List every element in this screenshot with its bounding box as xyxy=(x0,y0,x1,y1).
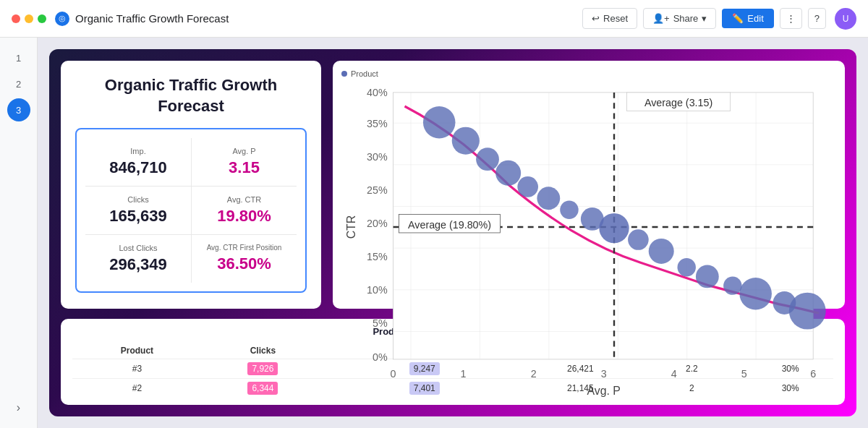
svg-text:Average (3.15): Average (3.15) xyxy=(644,97,712,108)
svg-text:25%: 25% xyxy=(367,184,388,196)
svg-point-32 xyxy=(560,200,578,218)
help-button[interactable]: ? xyxy=(808,8,826,29)
metric-avg-p: Avg. P 3.15 xyxy=(191,138,297,186)
svg-text:10%: 10% xyxy=(367,284,388,296)
svg-text:35%: 35% xyxy=(367,118,388,129)
metric-imp: Imp. 846,710 xyxy=(85,138,191,186)
clicks-value: 165,639 xyxy=(109,207,167,226)
edit-button[interactable]: ✏️ Edit xyxy=(722,9,773,28)
avg-ctr-value: 19.80% xyxy=(217,207,271,226)
col-clicks: Clicks xyxy=(202,343,324,359)
share-button[interactable]: 👤+ Share ▾ xyxy=(643,8,716,29)
svg-text:40%: 40% xyxy=(367,87,388,98)
cell-product: #3 xyxy=(72,359,202,379)
more-icon: ⋮ xyxy=(786,13,796,24)
imp-value: 846,710 xyxy=(109,158,167,177)
svg-text:0%: 0% xyxy=(373,351,388,363)
svg-text:Avg. P: Avg. P xyxy=(587,385,621,397)
imp-label: Imp. xyxy=(130,147,145,155)
svg-point-40 xyxy=(739,278,772,310)
sidebar-item-3[interactable]: 3 xyxy=(7,98,30,121)
left-panel: Organic Traffic Growth Forecast Imp. 846… xyxy=(61,61,321,309)
more-button[interactable]: ⋮ xyxy=(780,8,802,29)
top-section: Organic Traffic Growth Forecast Imp. 846… xyxy=(61,61,845,309)
dashboard: Organic Traffic Growth Forecast Imp. 846… xyxy=(49,49,856,416)
reset-icon: ↩ xyxy=(592,13,600,24)
svg-text:5: 5 xyxy=(741,368,747,380)
svg-text:3: 3 xyxy=(601,368,607,380)
chart-panel: Product xyxy=(333,61,845,309)
svg-point-28 xyxy=(476,147,499,171)
svg-point-27 xyxy=(452,127,480,155)
metric-lost-clicks: Lost Clicks 296,349 xyxy=(85,235,191,283)
chart-area: 0% 5% 10% 15% 20% 25% 30% 35% 40% 0 1 xyxy=(341,80,836,416)
app-icon: ◎ xyxy=(55,12,69,26)
svg-text:CTR: CTR xyxy=(345,215,357,239)
metric-avg-ctr-first: Avg. CTR First Position 36.50% xyxy=(191,235,297,283)
traffic-lights xyxy=(12,14,46,23)
svg-point-37 xyxy=(677,258,695,276)
avatar[interactable]: U xyxy=(835,8,856,30)
header-actions: ↩ Reset 👤+ Share ▾ ✏️ Edit ⋮ ? U xyxy=(582,8,856,30)
svg-point-29 xyxy=(495,160,521,186)
svg-point-31 xyxy=(537,187,560,210)
cell-clicks: 6,344 xyxy=(202,379,324,398)
cell-clicks: 7,926 xyxy=(202,359,324,379)
sidebar-item-2[interactable]: 2 xyxy=(7,72,30,95)
col-product: Product xyxy=(72,343,202,359)
share-dropdown-icon: ▾ xyxy=(702,13,707,24)
svg-text:15%: 15% xyxy=(367,251,388,262)
svg-point-26 xyxy=(423,106,456,139)
svg-point-36 xyxy=(649,239,674,264)
svg-point-42 xyxy=(789,293,826,330)
svg-point-38 xyxy=(696,265,719,288)
sidebar: 1 2 3 › xyxy=(0,38,38,428)
avg-p-label: Avg. P xyxy=(232,147,255,155)
avg-ctr-first-value: 36.50% xyxy=(217,254,271,273)
avg-ctr-label: Avg. CTR xyxy=(227,195,261,204)
svg-text:20%: 20% xyxy=(367,218,388,229)
clicks-badge: 6,344 xyxy=(247,382,278,395)
dashboard-title: Organic Traffic Growth Forecast xyxy=(75,75,307,116)
svg-text:6: 6 xyxy=(810,368,816,380)
sidebar-item-1[interactable]: 1 xyxy=(7,46,30,69)
titlebar: ◎ Organic Traffic Growth Forecast ↩ Rese… xyxy=(0,0,868,38)
maximize-button[interactable] xyxy=(38,14,46,23)
chart-legend: Product xyxy=(341,69,836,78)
svg-text:4: 4 xyxy=(671,368,677,380)
lost-clicks-value: 296,349 xyxy=(109,255,167,274)
scatter-chart: 0% 5% 10% 15% 20% 25% 30% 35% 40% 0 1 xyxy=(341,80,836,416)
svg-text:5%: 5% xyxy=(373,317,388,329)
metric-clicks: Clicks 165,639 xyxy=(85,187,191,234)
sidebar-collapse-button[interactable]: › xyxy=(7,396,30,419)
svg-text:30%: 30% xyxy=(367,151,388,163)
edit-icon: ✏️ xyxy=(732,13,744,24)
avg-ctr-first-label: Avg. CTR First Position xyxy=(207,244,282,252)
avg-p-value: 3.15 xyxy=(229,158,260,177)
reset-button[interactable]: ↩ Reset xyxy=(582,8,637,29)
close-button[interactable] xyxy=(12,14,20,23)
svg-point-34 xyxy=(599,213,629,243)
clicks-label: Clicks xyxy=(127,195,148,204)
clicks-badge: 7,926 xyxy=(247,362,278,375)
page-title: Organic Traffic Growth Forecast xyxy=(75,12,582,25)
svg-point-30 xyxy=(517,176,538,197)
svg-text:Average (19.80%): Average (19.80%) xyxy=(408,219,491,231)
cell-product: #2 xyxy=(72,379,202,398)
content-area: Organic Traffic Growth Forecast Imp. 846… xyxy=(38,38,868,428)
svg-point-35 xyxy=(628,229,649,250)
svg-text:1: 1 xyxy=(461,368,467,380)
legend-dot xyxy=(341,71,347,77)
svg-text:2: 2 xyxy=(531,368,537,380)
lost-clicks-label: Lost Clicks xyxy=(119,244,157,252)
legend-label: Product xyxy=(351,69,378,78)
minimize-button[interactable] xyxy=(25,14,33,23)
help-icon: ? xyxy=(814,13,820,24)
metric-avg-ctr: Avg. CTR 19.80% xyxy=(191,187,297,234)
metrics-box: Imp. 846,710 Avg. P 3.15 Clicks xyxy=(75,128,307,293)
svg-text:0: 0 xyxy=(391,368,396,380)
share-icon: 👤+ xyxy=(652,13,670,24)
svg-point-39 xyxy=(723,276,741,294)
main-layout: 1 2 3 › Organic Traffic Growth Forecast xyxy=(0,38,868,428)
